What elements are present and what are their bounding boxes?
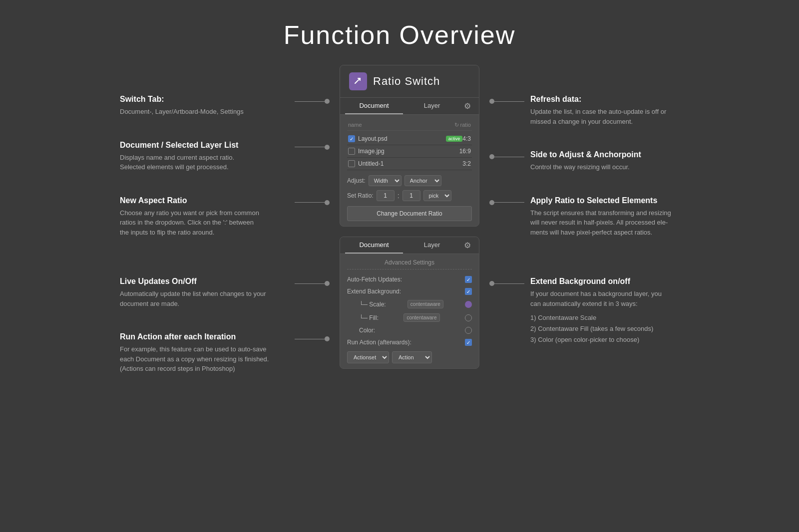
settings-panel: Document Layer ⚙ Advanced Settings Auto-… — [340, 237, 479, 369]
table-row[interactable]: ✓ Layout.psd active 4:3 — [347, 133, 472, 145]
run-action-label: Run Action (afterwards): — [347, 339, 411, 346]
color-radio[interactable] — [465, 327, 472, 334]
page-title: Function Overview — [0, 0, 799, 65]
doc-list-desc: Displays name and current aspect ratio.S… — [120, 153, 289, 172]
change-document-ratio-button[interactable]: Change Document Ratio — [347, 206, 472, 221]
list-header: name ↻ ratio — [347, 120, 472, 131]
live-updates-title: Live Updates On/Off — [120, 277, 289, 286]
settings-title: Advanced Settings — [347, 259, 472, 269]
scale-value: contentaware — [407, 300, 443, 308]
fill-label: └─ Fill: — [359, 314, 379, 321]
connector-line — [494, 202, 524, 203]
doc-name-untitled: Untitled-1 — [358, 160, 462, 167]
ratio-row: Set Ratio: : pick 16:9 4:3 1:1 3:2 — [347, 190, 472, 201]
tab-document[interactable]: Document — [345, 98, 403, 114]
left-column: Switch Tab: Document-, Layer/Artboard-Mo… — [120, 65, 330, 398]
ratio-input-1[interactable] — [377, 190, 395, 201]
action-selects-row: Actionset Action — [347, 351, 472, 363]
list-item: 2) Contentaware Fill (takes a few second… — [530, 323, 662, 334]
connector-line — [494, 157, 524, 157]
settings-gear-icon[interactable]: ⚙ — [461, 238, 474, 253]
connector-dot — [489, 154, 494, 159]
connector-line — [295, 202, 325, 203]
extend-bg-desc: If your document has a background layer,… — [530, 289, 662, 308]
extend-bg-title: Extend Background on/off — [530, 277, 662, 286]
left-item-new-ratio: New Aspect Ratio Choose any ratio you wa… — [120, 196, 330, 238]
side-adjust-title: Side to Adjust & Anchorpoint — [530, 150, 641, 159]
new-ratio-title: New Aspect Ratio — [120, 196, 289, 205]
adjust-label: Adjust: — [347, 177, 366, 184]
connector-line — [295, 101, 325, 102]
pick-select[interactable]: pick 16:9 4:3 1:1 3:2 — [423, 190, 451, 201]
settings-tab-layer[interactable]: Layer — [403, 237, 461, 254]
center-column: Ratio Switch Document Layer ⚙ name ↻ rat… — [340, 65, 479, 369]
app-icon — [349, 72, 367, 90]
ratio-43: 4:3 — [462, 135, 471, 142]
connector-dot — [325, 200, 330, 205]
right-item-extend-bg: Extend Background on/off If your documen… — [489, 277, 679, 345]
app-header: Ratio Switch — [340, 65, 479, 98]
right-item-apply-ratio: Apply Ratio to Selected Elements The scr… — [489, 196, 679, 238]
color-row: Color: — [347, 324, 472, 336]
actionset-select[interactable]: Actionset — [347, 351, 389, 363]
connector-dot — [489, 99, 494, 104]
table-row[interactable]: Image.jpg 16:9 — [347, 145, 472, 158]
connector-dot — [489, 200, 494, 205]
scale-radio[interactable] — [465, 301, 472, 308]
connector-line — [295, 283, 325, 284]
settings-panel-body: Advanced Settings Auto-Fetch Updates: ✓ … — [340, 254, 479, 368]
fill-value: contentaware — [403, 313, 439, 322]
ratio-32: 3:2 — [462, 160, 471, 167]
doc-list-title: Document / Selected Layer List — [120, 141, 289, 150]
connector-dot — [325, 99, 330, 104]
doc-name-layout: Layout.psd — [358, 135, 443, 142]
checkbox-unchecked[interactable] — [348, 160, 355, 167]
action-select[interactable]: Action — [392, 351, 432, 363]
fill-radio[interactable] — [465, 314, 472, 321]
gear-icon[interactable]: ⚙ — [461, 98, 474, 114]
run-action-row: Run Action (afterwards): ✓ — [347, 336, 472, 348]
settings-tab-document[interactable]: Document — [345, 237, 403, 254]
right-column: Refresh data: Update the list, in case t… — [489, 65, 679, 369]
doc-name-image: Image.jpg — [358, 148, 459, 155]
ratio-input-2[interactable] — [402, 190, 420, 201]
side-adjust-desc: Control the way resizing will occur. — [530, 162, 641, 172]
color-label: Color: — [359, 327, 375, 334]
new-ratio-desc: Choose any ratio you want or pick from c… — [120, 208, 289, 238]
fill-row: └─ Fill: contentaware — [347, 311, 472, 324]
run-action-title: Run Action after each Iteration — [120, 332, 289, 341]
extend-bg-label: Extend Background: — [347, 288, 401, 295]
col-ratio: ↻ ratio — [454, 122, 471, 128]
connector-line — [494, 101, 524, 102]
live-updates-desc: Automatically update the list when chang… — [120, 289, 289, 308]
app-title: Ratio Switch — [373, 75, 440, 88]
right-item-refresh: Refresh data: Update the list, in case t… — [489, 95, 679, 126]
adjust-row: Adjust: Width Height Anchor Top Left Cen… — [347, 175, 472, 186]
run-action-checkbox[interactable]: ✓ — [465, 339, 472, 346]
anchor-select[interactable]: Anchor Top Left Center — [404, 175, 441, 186]
apply-ratio-title: Apply Ratio to Selected Elements — [530, 196, 671, 205]
tab-layer[interactable]: Layer — [403, 98, 461, 114]
auto-fetch-label: Auto-Fetch Updates: — [347, 276, 402, 283]
left-item-doc-list: Document / Selected Layer List Displays … — [120, 141, 330, 172]
extend-bg-checkbox[interactable]: ✓ — [465, 288, 472, 295]
left-item-live-updates: Live Updates On/Off Automatically update… — [120, 277, 330, 308]
connector-line — [295, 339, 325, 339]
main-panel: Ratio Switch Document Layer ⚙ name ↻ rat… — [340, 65, 479, 227]
ratio-169: 16:9 — [459, 148, 471, 155]
auto-fetch-checkbox[interactable]: ✓ — [465, 276, 472, 283]
width-select[interactable]: Width Height — [369, 175, 401, 186]
colon-separator[interactable]: : — [398, 192, 400, 200]
connector-dot — [325, 336, 330, 341]
extend-bg-row: Extend Background: ✓ — [347, 285, 472, 297]
right-item-side-adjust: Side to Adjust & Anchorpoint Control the… — [489, 150, 679, 172]
refresh-desc: Update the list, in case the auto-update… — [530, 107, 666, 126]
table-row[interactable]: Untitled-1 3:2 — [347, 158, 472, 170]
extend-bg-list: 1) Contentaware Scale 2) Contentaware Fi… — [530, 312, 662, 345]
connector-dot — [325, 281, 330, 286]
connector-line — [295, 147, 325, 147]
connector-dot — [325, 145, 330, 150]
run-action-desc: For example, this feature can be used to… — [120, 344, 289, 374]
checkbox-checked[interactable]: ✓ — [348, 135, 355, 142]
checkbox-unchecked[interactable] — [348, 148, 355, 155]
